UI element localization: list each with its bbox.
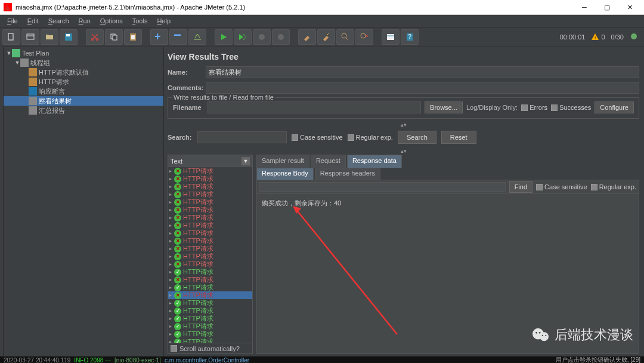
open-button[interactable]	[41, 29, 58, 45]
tree-row[interactable]: 响应断言	[4, 87, 163, 96]
menu-options[interactable]: Options	[95, 15, 128, 27]
successes-checkbox[interactable]: Successes	[551, 104, 591, 111]
expand-button[interactable]: +	[150, 29, 168, 45]
regex-checkbox[interactable]: Regular exp.	[348, 134, 393, 141]
search-button[interactable]: Search	[398, 131, 436, 144]
comments-field[interactable]	[206, 82, 639, 94]
find-input[interactable]	[259, 182, 506, 192]
find-case-checkbox[interactable]: Case sensitive	[536, 183, 587, 190]
jmeter-icon	[4, 3, 12, 11]
comments-label: Comments:	[168, 84, 201, 91]
tree-row[interactable]: ▼线程组	[4, 58, 163, 67]
find-regex-checkbox[interactable]: Regular exp.	[591, 183, 636, 190]
collapse-button[interactable]: −	[169, 29, 187, 45]
clear-button[interactable]	[298, 29, 316, 45]
filename-field[interactable]	[208, 101, 421, 113]
svg-point-11	[259, 34, 265, 40]
check-icon	[174, 315, 181, 322]
check-icon	[174, 307, 181, 315]
tab-response-body[interactable]: Response Body	[256, 168, 314, 180]
menu-edit[interactable]: Edit	[23, 15, 44, 27]
svg-rect-0	[8, 33, 13, 40]
svg-rect-10	[131, 35, 135, 39]
shutdown-button[interactable]	[272, 29, 290, 45]
svg-point-13	[342, 33, 346, 38]
check-icon	[174, 339, 181, 343]
collapse-indicator-icon: ▴▾	[168, 147, 639, 155]
log-console: 2020-03-27 20:44:40.119 INFO 2098 --- [n…	[0, 356, 644, 363]
paste-button[interactable]	[124, 29, 142, 45]
sample-row[interactable]: ▸HTTP请求	[168, 338, 252, 343]
start-button[interactable]	[215, 29, 233, 45]
error-icon	[174, 207, 181, 214]
stop-button[interactable]	[253, 29, 271, 45]
menu-tools[interactable]: Tools	[128, 15, 153, 27]
reset-search-button[interactable]	[355, 29, 373, 45]
search-label: Search:	[168, 134, 193, 141]
node-icon	[29, 78, 37, 86]
search-input[interactable]	[197, 131, 287, 143]
configure-button[interactable]: Configure	[595, 101, 634, 113]
menu-search[interactable]: Search	[44, 15, 74, 27]
tab-request[interactable]: Request	[311, 155, 346, 168]
samples-list[interactable]: ▸HTTP请求▸HTTP请求▸HTTP请求▸HTTP请求▸HTTP请求▸HTTP…	[168, 167, 252, 343]
tree-node-label: HTTP请求	[39, 78, 69, 87]
function-helper-button[interactable]	[382, 29, 400, 45]
tab-sampler-result[interactable]: Sampler result	[256, 155, 309, 168]
warning-icon: !0	[591, 33, 605, 41]
help-button[interactable]: ?	[401, 29, 419, 45]
annotation-arrow-icon	[293, 206, 406, 343]
menu-help[interactable]: Help	[152, 15, 175, 27]
find-button[interactable]: Find	[509, 181, 532, 193]
result-sub-tabs: Response Body Response headers	[256, 168, 639, 180]
templates-button[interactable]	[21, 29, 39, 45]
svg-marker-23	[293, 206, 301, 214]
renderer-dropdown[interactable]: Text ▼	[168, 155, 252, 167]
tree-row[interactable]: HTTP请求默认值	[4, 67, 163, 77]
start-no-pause-button[interactable]	[234, 29, 252, 45]
toggle-button[interactable]	[188, 29, 206, 45]
browse-button[interactable]: Browse...	[425, 101, 463, 113]
search-tb-button[interactable]	[336, 29, 354, 45]
main-split: ▼Test Plan▼线程组HTTP请求默认值HTTP请求响应断言察看结果树汇总…	[0, 47, 644, 356]
node-icon	[20, 59, 29, 67]
svg-point-15	[361, 33, 366, 38]
reset-button[interactable]: Reset	[441, 131, 476, 144]
tree-row[interactable]: 察看结果树	[4, 96, 163, 106]
cut-button[interactable]	[86, 29, 104, 45]
chevron-down-icon: ▼	[242, 157, 250, 165]
svg-line-22	[296, 209, 397, 334]
maximize-button[interactable]: ▢	[596, 1, 618, 14]
test-plan-tree[interactable]: ▼Test Plan▼线程组HTTP请求默认值HTTP请求响应断言察看结果树汇总…	[4, 47, 163, 115]
menubar: FileEditSearchRunOptionsToolsHelp	[0, 15, 644, 27]
tab-response-headers[interactable]: Response headers	[315, 168, 380, 180]
menu-file[interactable]: File	[2, 15, 23, 27]
error-icon	[174, 176, 181, 183]
clear-all-button[interactable]	[317, 29, 335, 45]
svg-text:?: ?	[408, 33, 411, 40]
element-panel: View Results Tree Name: Comments: Write …	[164, 47, 644, 356]
search-row: Search: Case sensitive Regular exp. Sear…	[168, 128, 639, 147]
name-field[interactable]	[206, 66, 639, 78]
menu-run[interactable]: Run	[74, 15, 95, 27]
error-icon	[174, 261, 181, 268]
tree-row[interactable]: 汇总报告	[4, 106, 163, 115]
response-body-content[interactable]: 购买成功，剩余库存为：40	[256, 194, 639, 354]
minimize-button[interactable]: ─	[574, 1, 595, 14]
tree-node-label: HTTP请求默认值	[39, 68, 89, 77]
svg-rect-1	[27, 34, 34, 39]
tab-response-data[interactable]: Response data	[347, 155, 402, 168]
case-checkbox[interactable]: Case sensitive	[292, 134, 343, 141]
copy-button[interactable]	[105, 29, 123, 45]
scroll-auto-checkbox[interactable]: Scroll automatically?	[168, 343, 252, 353]
tree-row[interactable]: HTTP请求	[4, 77, 163, 87]
svg-point-21	[631, 33, 637, 39]
new-button[interactable]	[2, 29, 20, 45]
save-button[interactable]	[60, 29, 78, 45]
errors-checkbox[interactable]: Errors	[521, 104, 547, 111]
close-button[interactable]: ✕	[619, 1, 640, 14]
error-icon	[174, 191, 181, 198]
error-icon	[174, 245, 181, 253]
tree-row[interactable]: ▼Test Plan	[4, 48, 163, 58]
svg-text:!: !	[595, 35, 596, 41]
